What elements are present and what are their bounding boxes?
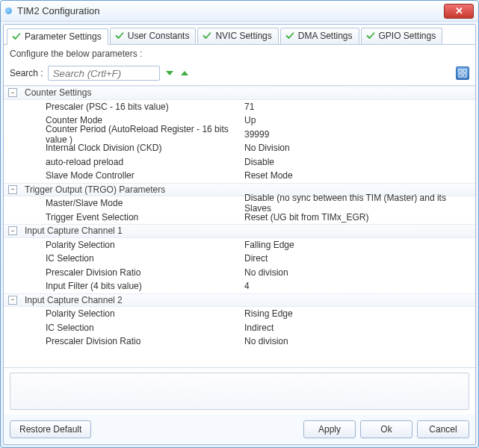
parameter-label: Input Filter (4 bits value): [4, 281, 244, 291]
cancel-button[interactable]: Cancel: [417, 420, 469, 438]
parameter-value[interactable]: 71: [244, 102, 475, 112]
apply-button[interactable]: Apply: [303, 420, 356, 438]
section-title: Input Capture Channel 2: [22, 295, 123, 305]
close-button[interactable]: ✕: [444, 4, 474, 19]
expander-icon[interactable]: −: [8, 185, 17, 194]
parameter-row[interactable]: Prescaler Division RatioNo division: [4, 335, 475, 349]
parameter-row[interactable]: Polarity SelectionRising Edge: [4, 307, 475, 321]
svg-rect-1: [463, 69, 466, 72]
parameter-value[interactable]: No division: [244, 267, 475, 278]
parameter-label: auto-reload preload: [4, 157, 244, 167]
grid-icon: [458, 69, 467, 78]
parameter-value[interactable]: Up: [244, 115, 475, 125]
footer: Restore Default Apply Ok Cancel: [4, 414, 475, 444]
tab-user-constants[interactable]: User Constants: [110, 28, 197, 44]
parameter-value[interactable]: Falling Edge: [244, 240, 475, 250]
parameter-value[interactable]: Reset (UG bit from TIMx_EGR): [244, 212, 475, 223]
check-icon: [115, 31, 124, 40]
tab-label: Parameter Settings: [25, 31, 102, 42]
parameter-value[interactable]: Reset Mode: [244, 170, 475, 181]
section-title: Trigger Output (TRGO) Parameters: [22, 184, 165, 195]
expander-icon[interactable]: −: [8, 226, 17, 235]
parameter-label: Counter Period (AutoReload Register - 16…: [4, 124, 244, 145]
tab-nvic-settings[interactable]: NVIC Settings: [197, 28, 278, 44]
section-header[interactable]: −Input Capture Channel 1: [4, 224, 475, 238]
app-icon: [5, 7, 12, 14]
svg-rect-2: [459, 74, 462, 77]
search-input[interactable]: [48, 66, 160, 81]
search-row: Search :: [4, 63, 475, 85]
description-panel: [10, 373, 469, 410]
titlebar[interactable]: TIM2 Configuration ✕: [1, 1, 478, 22]
parameter-value[interactable]: 39999: [244, 129, 475, 140]
parameter-row[interactable]: Prescaler Division RatioNo division: [4, 266, 475, 280]
parameter-row[interactable]: auto-reload preloadDisable: [4, 155, 475, 169]
parameter-value[interactable]: Disable (no sync between this TIM (Maste…: [244, 193, 475, 214]
check-icon: [203, 31, 211, 40]
parameter-label: IC Selection: [4, 253, 244, 264]
check-icon: [366, 31, 375, 40]
search-prev-icon[interactable]: [179, 68, 190, 78]
parameter-value[interactable]: No division: [244, 336, 475, 346]
parameter-label: Polarity Selection: [4, 240, 244, 250]
section-title: Input Capture Channel 1: [22, 225, 123, 236]
parameter-label: Prescaler Division Ratio: [4, 336, 244, 346]
expander-icon[interactable]: −: [8, 296, 17, 305]
tab-label: User Constants: [128, 31, 190, 41]
ok-button[interactable]: Ok: [360, 420, 412, 438]
parameter-tree: −Counter SettingsPrescaler (PSC - 16 bit…: [4, 85, 475, 368]
parameter-row[interactable]: Input Filter (4 bits value)4: [4, 279, 475, 293]
tab-dma-settings[interactable]: DMA Settings: [280, 28, 359, 44]
tab-label: GPIO Settings: [379, 31, 436, 41]
parameter-row[interactable]: IC SelectionDirect: [4, 252, 475, 266]
configure-label: Configure the below parameters :: [4, 45, 475, 63]
parameter-row[interactable]: Polarity SelectionFalling Edge: [4, 238, 475, 252]
parameter-value[interactable]: Indirect: [244, 323, 475, 333]
parameter-row[interactable]: Master/Slave ModeDisable (no sync betwee…: [4, 196, 475, 211]
dialog-body: Parameter Settings User Constants NVIC S…: [3, 24, 476, 445]
collapse-all-button[interactable]: [456, 66, 469, 80]
check-icon: [285, 31, 294, 40]
tab-gpio-settings[interactable]: GPIO Settings: [361, 28, 443, 44]
parameter-label: Prescaler Division Ratio: [4, 267, 244, 278]
window-title: TIM2 Configuration: [17, 5, 444, 16]
parameter-label: Internal Clock Division (CKD): [4, 143, 244, 153]
section-title: Counter Settings: [22, 87, 91, 98]
section-header[interactable]: −Counter Settings: [4, 86, 475, 100]
search-label: Search :: [10, 68, 43, 78]
parameter-value[interactable]: Rising Edge: [244, 308, 475, 319]
check-icon: [12, 32, 21, 41]
tab-label: NVIC Settings: [215, 31, 271, 41]
search-next-icon[interactable]: [164, 68, 175, 78]
close-icon: ✕: [455, 5, 463, 16]
expander-icon[interactable]: −: [8, 88, 17, 97]
parameter-value[interactable]: Direct: [244, 253, 475, 264]
parameter-label: Trigger Event Selection: [4, 212, 244, 223]
parameter-row[interactable]: Prescaler (PSC - 16 bits value)71: [4, 100, 475, 114]
dialog-window: TIM2 Configuration ✕ Parameter Settings …: [0, 0, 479, 448]
parameter-value[interactable]: Disable: [244, 157, 475, 167]
parameter-label: Polarity Selection: [4, 308, 244, 319]
parameter-label: IC Selection: [4, 323, 244, 333]
tab-parameter-settings[interactable]: Parameter Settings: [7, 28, 108, 45]
svg-rect-0: [459, 69, 462, 72]
parameter-row[interactable]: Trigger Event SelectionReset (UG bit fro…: [4, 211, 475, 225]
parameter-row[interactable]: IC SelectionIndirect: [4, 321, 475, 335]
parameter-row[interactable]: Slave Mode ControllerReset Mode: [4, 169, 475, 183]
parameter-row[interactable]: Counter Period (AutoReload Register - 16…: [4, 128, 475, 142]
parameter-value[interactable]: 4: [244, 281, 475, 291]
parameter-label: Prescaler (PSC - 16 bits value): [4, 102, 244, 112]
restore-default-button[interactable]: Restore Default: [10, 420, 91, 438]
section-header[interactable]: −Input Capture Channel 2: [4, 293, 475, 308]
tabbar: Parameter Settings User Constants NVIC S…: [4, 25, 475, 45]
svg-rect-3: [463, 74, 466, 77]
parameter-label: Master/Slave Mode: [4, 198, 244, 208]
parameter-value[interactable]: No Division: [244, 143, 475, 153]
parameter-row[interactable]: Internal Clock Division (CKD)No Division: [4, 141, 475, 155]
parameter-label: Slave Mode Controller: [4, 170, 244, 181]
tab-label: DMA Settings: [298, 31, 353, 41]
